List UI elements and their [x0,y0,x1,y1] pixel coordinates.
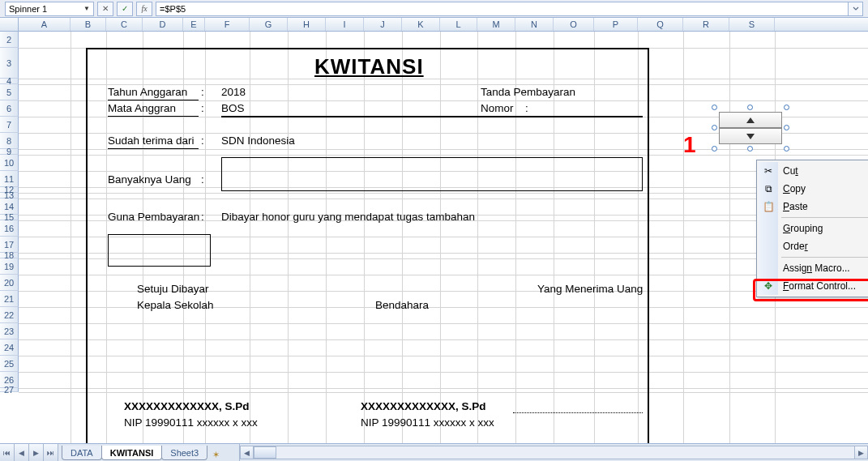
column-header[interactable]: L [440,18,477,31]
row-header[interactable]: 10 [0,155,19,171]
tab-nav-last[interactable]: ⏭ [44,444,58,461]
selection-handle[interactable] [747,146,753,152]
column-header[interactable]: C [106,18,143,31]
cancel-formula-button[interactable]: ✕ [97,2,113,16]
sudah-colon: : [201,134,204,147]
column-header[interactable]: D [143,18,183,31]
sheet-tab-sheet3[interactable]: Sheet3 [161,446,207,460]
row-header[interactable]: 3 [0,48,19,79]
select-all-corner[interactable] [0,18,19,31]
row-header[interactable]: 27 [0,388,19,392]
selection-handle[interactable] [747,105,753,110]
column-header[interactable]: B [71,18,106,31]
column-header[interactable]: F [205,18,250,31]
row-header[interactable]: 25 [0,356,19,372]
formula-expand-button[interactable] [849,2,863,16]
nomor-colon: : [525,102,528,114]
row-header[interactable]: 24 [0,339,19,356]
sheet-tab-data[interactable]: DATA [62,446,102,460]
menu-assign-macro[interactable]: Assign Macro... [759,259,868,277]
tab-nav-first[interactable]: ⏮ [0,444,15,461]
format-control-icon: ✥ [762,280,775,292]
spinner-up-button[interactable] [719,112,782,128]
guna-colon: : [201,211,204,223]
menu-format-control[interactable]: ✥ Format Control... [759,277,868,295]
column-header[interactable]: R [683,18,729,31]
column-header[interactable]: A [19,18,71,31]
banyak-label: Banyaknya Uang [108,173,191,186]
row-header[interactable]: 23 [0,323,19,339]
sheet-tab-kwitansi[interactable]: KWITANSI [101,446,163,460]
row-header[interactable]: 7 [0,117,19,133]
column-header[interactable]: G [250,18,288,31]
tahun-underline [108,100,199,100]
small-box [108,234,211,267]
scroll-right-button[interactable]: ▶ [854,446,868,459]
tab-nav-next[interactable]: ▶ [29,444,44,461]
name-box-dropdown-icon[interactable]: ▼ [83,5,90,12]
selection-handle[interactable] [784,146,789,152]
column-header[interactable]: Q [638,18,683,31]
name-box[interactable]: Spinner 1 ▼ [5,2,94,16]
selection-handle[interactable] [712,146,717,152]
row-header[interactable]: 4 [0,79,19,84]
column-header[interactable]: H [288,18,326,31]
row-header[interactable]: 9 [0,149,19,155]
row-header[interactable]: 2 [0,32,19,48]
nip1: NIP 19990111 xxxxxx x xxx [124,416,258,429]
row-header[interactable]: 19 [0,258,19,275]
row-header[interactable]: 15 [0,215,19,220]
signature-dotted-line [513,412,643,413]
receipt-title: KWITANSI [314,54,424,79]
enter-formula-button[interactable]: ✓ [117,2,133,16]
spinner-down-button[interactable] [719,128,782,144]
column-header[interactable]: S [729,18,775,31]
mata-colon: : [201,102,204,114]
selection-handle[interactable] [712,125,717,130]
column-header[interactable]: I [326,18,364,31]
fx-button[interactable]: fx [136,2,152,16]
menu-cut[interactable]: ✂ Cut [759,162,868,180]
selection-handle[interactable] [784,125,789,130]
column-headers: ABCDEFGHIJKLMNOPQRS [0,18,868,32]
column-header[interactable]: J [364,18,402,31]
row-header[interactable]: 16 [0,220,19,237]
menu-copy[interactable]: ⧉ Copy [759,180,868,198]
row-header[interactable]: 18 [0,253,19,258]
column-header[interactable]: N [515,18,554,31]
scroll-track[interactable] [254,446,854,459]
row-header[interactable]: 6 [0,100,19,117]
bendahara-label: Bendahara [375,299,429,311]
row-header[interactable]: 21 [0,291,19,307]
selection-handle[interactable] [784,105,789,110]
menu-order[interactable]: Order▶ [759,237,868,255]
sudah-underline [108,148,199,149]
spinner-control[interactable] [714,107,787,149]
menu-grouping[interactable]: Grouping▶ [759,220,868,237]
row-header[interactable]: 20 [0,275,19,291]
selection-handle[interactable] [712,105,717,110]
row-header[interactable]: 13 [0,193,19,198]
new-sheet-button[interactable]: ✶ [208,448,223,461]
mata-underline [108,116,199,117]
sudah-label: Sudah terima dari [108,134,195,147]
menu-paste[interactable]: 📋 Paste [759,198,868,216]
nomor-label: Nomor [481,102,514,114]
scroll-left-button[interactable]: ◀ [240,446,254,459]
column-header[interactable]: M [477,18,515,31]
column-header[interactable]: O [554,18,594,31]
column-header[interactable]: K [402,18,440,31]
row-header[interactable]: 5 [0,84,19,100]
formula-bar: Spinner 1 ▼ ✕ ✓ fx =$P$5 [0,0,868,18]
scroll-thumb[interactable] [254,446,276,459]
menu-separator [781,217,868,218]
column-header[interactable]: P [594,18,638,31]
horizontal-scrollbar[interactable]: ◀ ▶ [239,444,868,461]
row-header[interactable]: 22 [0,307,19,323]
tab-nav-prev[interactable]: ◀ [15,444,29,461]
sheet-tab-label: Sheet3 [170,448,199,458]
name-box-value: Spinner 1 [9,4,47,14]
formula-input[interactable]: =$P$5 [156,2,849,16]
tab-nav-buttons: ⏮ ◀ ▶ ⏭ [0,444,58,461]
column-header[interactable]: E [183,18,205,31]
